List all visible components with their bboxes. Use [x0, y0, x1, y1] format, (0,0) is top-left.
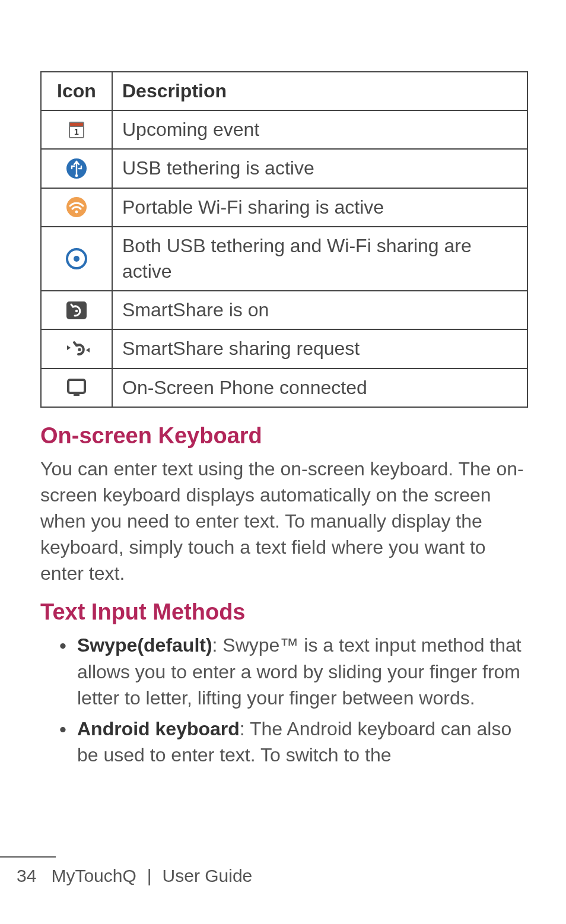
table-row: Both USB tethering and Wi-Fi sharing are… — [41, 227, 527, 291]
doc-title: User Guide — [163, 866, 253, 885]
wifi-circle-icon — [41, 188, 112, 227]
calendar-icon: 1 — [41, 110, 112, 149]
tether-both-icon — [41, 227, 112, 291]
smartshare-request-icon — [41, 329, 112, 368]
table-row: SmartShare sharing request — [41, 329, 527, 368]
input-methods-heading: Text Input Methods — [40, 599, 528, 625]
svg-rect-12 — [68, 380, 85, 393]
onscreen-phone-icon — [41, 369, 112, 407]
icon-description-table: Icon Description 1 Upcoming event USB te… — [40, 71, 528, 408]
table-row: Portable Wi-Fi sharing is active — [41, 188, 527, 227]
svg-point-10 — [75, 310, 78, 312]
description-cell: Both USB tethering and Wi-Fi sharing are… — [112, 227, 527, 291]
item-label-bold: Android keyboard — [77, 718, 240, 739]
table-row: On-Screen Phone connected — [41, 369, 527, 407]
svg-point-4 — [75, 174, 78, 177]
header-icon: Icon — [41, 72, 112, 110]
list-item: Android keyboard: The Android keyboard c… — [77, 716, 528, 768]
page-number: 34 — [17, 866, 36, 885]
table-row: 1 Upcoming event — [41, 110, 527, 149]
svg-point-11 — [78, 348, 81, 351]
product-name: MyTouchQ — [51, 866, 136, 885]
description-cell: SmartShare is on — [112, 291, 527, 329]
description-cell: USB tethering is active — [112, 149, 527, 188]
footer-rule — [0, 856, 56, 858]
svg-point-8 — [74, 256, 80, 262]
header-description: Description — [112, 72, 527, 110]
keyboard-heading: On-screen Keyboard — [40, 423, 528, 449]
svg-text:1: 1 — [74, 127, 79, 136]
keyboard-body: You can enter text using the on-screen k… — [40, 456, 528, 587]
svg-rect-1 — [69, 122, 84, 126]
table-row: SmartShare is on — [41, 291, 527, 329]
item-label-bold: Swype(default) — [77, 634, 212, 656]
svg-point-6 — [75, 211, 78, 214]
footer-divider: | — [147, 866, 152, 885]
description-cell: Upcoming event — [112, 110, 527, 149]
description-cell: Portable Wi-Fi sharing is active — [112, 188, 527, 227]
description-cell: SmartShare sharing request — [112, 329, 527, 368]
smartshare-on-icon — [41, 291, 112, 329]
table-row: USB tethering is active — [41, 149, 527, 188]
footer-line: 34 MyTouchQ|User Guide — [0, 866, 566, 886]
description-cell: On-Screen Phone connected — [112, 369, 527, 407]
page-footer: 34 MyTouchQ|User Guide — [0, 856, 566, 886]
usb-tether-icon — [41, 149, 112, 188]
svg-rect-13 — [74, 393, 80, 396]
input-methods-list: Swype(default): Swype™ is a text input m… — [40, 632, 528, 768]
list-item: Swype(default): Swype™ is a text input m… — [77, 632, 528, 710]
table-header-row: Icon Description — [41, 72, 527, 110]
